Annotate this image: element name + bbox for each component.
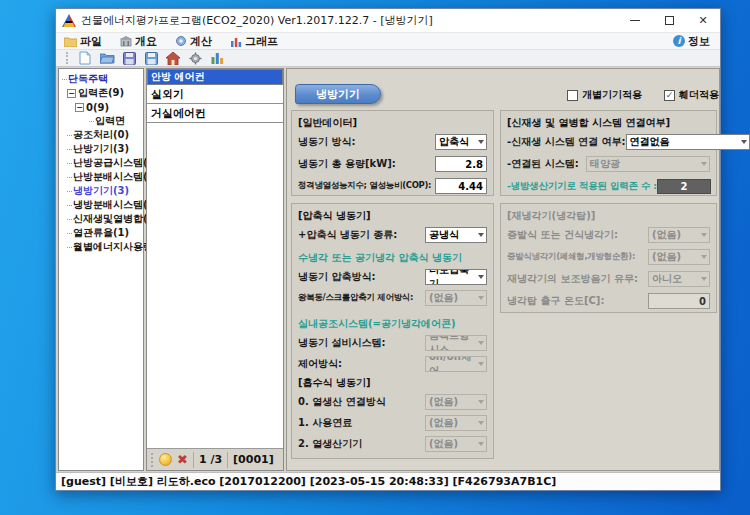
menu-bar: 파일 개요 계산 그래프 i 정보 xyxy=(56,32,720,49)
total-capacity-label: 냉동기 총 용량[kW]: xyxy=(298,157,396,171)
save-as-button[interactable] xyxy=(143,50,159,66)
tree-item-cooling-device[interactable]: 냉방기기(3) xyxy=(59,184,143,198)
dropdown-arrow-icon xyxy=(478,362,484,366)
menu-overview[interactable]: 개요 xyxy=(120,34,157,49)
maximize-button[interactable] xyxy=(652,9,686,32)
building-icon xyxy=(120,36,132,47)
heat-producer-select: (없음) xyxy=(425,436,487,452)
new-file-icon xyxy=(79,51,91,65)
home-button[interactable] xyxy=(165,50,181,66)
evap-cooler-circulation-select: (없음) xyxy=(648,249,710,265)
individual-device-label: 개별기기적용 xyxy=(582,88,642,102)
save-icon xyxy=(123,52,136,65)
selected-value: 압축식 xyxy=(439,135,469,149)
selected-value: 태양광 xyxy=(590,157,620,171)
cop-label: 정격냉열성능지수; 열성능비(COP): xyxy=(298,180,431,192)
list-item-outdoor-unit[interactable]: 실외기 xyxy=(147,85,283,104)
delete-icon[interactable]: ✖ xyxy=(177,453,188,466)
tab-cooling-device[interactable]: 냉방기기 xyxy=(295,84,381,104)
renewable-link-select[interactable]: 연결없음 xyxy=(626,134,750,150)
tower-outlet-temp-input: 0 xyxy=(648,293,710,309)
save-button[interactable] xyxy=(121,50,137,66)
tree-item-monthly-energy[interactable]: 월별에너지사용량 xyxy=(59,240,143,254)
close-button[interactable]: ✕ xyxy=(686,9,720,32)
compression-method-label: 냉동기 압축방식: xyxy=(298,270,375,284)
renewable-link-label: -신재생 시스템 연결 여부: xyxy=(507,135,626,149)
tree-item-renewable[interactable]: 신재생및열병합(1) xyxy=(59,212,143,226)
tree-item-input-zone[interactable]: −입력존(9) xyxy=(59,86,143,100)
dropdown-arrow-icon xyxy=(741,140,747,144)
header-apply-checkbox-wrap[interactable]: 훼더적용 xyxy=(664,88,719,102)
seal-badge-icon[interactable] xyxy=(159,453,172,466)
tree-item-cooling-dist[interactable]: 냉방분배시스템(1) xyxy=(59,198,143,212)
menu-graph[interactable]: 그래프 xyxy=(230,34,278,49)
title-bar: 건물에너지평가프로그램(ECO2_2020) Ver1.2017.122.7 -… xyxy=(56,9,720,32)
dropdown-arrow-icon xyxy=(478,140,484,144)
list-item-living-ac[interactable]: 거실에어컨 xyxy=(147,104,283,123)
selected-value: on/off제어 xyxy=(429,356,476,372)
individual-device-checkbox-wrap[interactable]: 개별기기적용 xyxy=(567,88,642,102)
new-file-button[interactable] xyxy=(77,50,93,66)
selected-value: 터보압축기 xyxy=(429,269,476,285)
applied-zone-count-label: -냉방생산기기로 적용된 입력존 수 : xyxy=(507,180,657,193)
info-button[interactable]: i 정보 xyxy=(673,34,710,49)
close-icon: ✕ xyxy=(698,15,707,26)
dropdown-arrow-icon xyxy=(701,277,707,281)
settings-button[interactable] xyxy=(187,50,203,66)
fuel-select: (없음) xyxy=(425,415,487,431)
open-folder-icon xyxy=(100,52,115,64)
divider xyxy=(227,452,228,468)
toolbar-chart-icon xyxy=(211,52,224,64)
menu-file[interactable]: 파일 xyxy=(64,34,102,49)
menu-calc[interactable]: 계산 xyxy=(175,34,212,49)
tree-expander-icon[interactable]: − xyxy=(67,89,76,98)
compressor-type-select[interactable]: 공냉식 xyxy=(425,227,487,243)
recooler-group: [재냉각기(냉각탑)] 증발식 또는 건식냉각기: (없음) 증발식냉각기(폐쇄… xyxy=(500,203,717,313)
list-item-bedroom-ac[interactable]: 안방 에어컨 xyxy=(147,69,283,85)
individual-device-checkbox[interactable] xyxy=(567,90,578,101)
tree-item-zone-0[interactable]: −0(9) xyxy=(59,100,143,114)
minimize-button[interactable] xyxy=(618,9,652,32)
tower-outlet-temp-label: 냉각탑 출구 온도[C]: xyxy=(507,294,604,308)
status-bar: [guest] [비보호] 리도하.eco [2017012200] [2023… xyxy=(56,472,720,490)
selected-value: 연결없음 xyxy=(630,135,670,149)
tree-expander-icon[interactable]: − xyxy=(75,103,84,112)
open-file-button[interactable] xyxy=(99,50,115,66)
recooler-title: [재냉각기(냉각탑)] xyxy=(507,209,710,224)
tree-item-u-value[interactable]: 열관류율(1) xyxy=(59,226,143,240)
control-method-select: on/off제어 xyxy=(425,356,487,372)
tree-item-heating-dist[interactable]: 난방분배시스템(1) xyxy=(59,170,143,184)
menu-graph-label: 그래프 xyxy=(245,34,278,49)
save-as-icon xyxy=(145,52,158,65)
refrigerator-method-select[interactable]: 압축식 xyxy=(435,134,487,150)
selected-value: 아니오 xyxy=(652,272,682,286)
compression-method-select[interactable]: 터보압축기 xyxy=(425,269,487,285)
dropdown-arrow-icon xyxy=(478,442,484,446)
renewable-link-title: [신재생 및 열병합 시스템 연결여부] xyxy=(507,116,710,131)
evap-dry-cooler-label: 증발식 또는 건식냉각기: xyxy=(507,228,618,242)
selected-value: 공냉식 xyxy=(429,228,459,242)
indoor-ac-system-heading: 실내공조시스템(=공기냉각에어콘) xyxy=(298,316,487,332)
graph-button[interactable] xyxy=(209,50,225,66)
equipment-system-label: 냉동기 설비시스템: xyxy=(298,336,385,350)
dropdown-arrow-icon xyxy=(478,296,484,300)
tree-item-heating-supply[interactable]: 난방공급시스템(1) xyxy=(59,156,143,170)
applied-zone-count: 2 xyxy=(657,179,711,194)
dropdown-arrow-icon xyxy=(478,400,484,404)
settings-gear-icon xyxy=(189,52,202,65)
info-icon: i xyxy=(673,35,685,47)
cop-input[interactable]: 4.44 xyxy=(435,178,487,194)
total-capacity-input[interactable]: 2.8 xyxy=(435,156,487,172)
refrigerator-method-label: 냉동기 방식: xyxy=(298,135,355,149)
app-logo-icon xyxy=(62,14,76,27)
dropdown-arrow-icon xyxy=(478,275,484,279)
tree-item-air-handling[interactable]: 공조처리(0) xyxy=(59,128,143,142)
tree-item-input-surface[interactable]: 입력면 xyxy=(59,114,143,128)
minimize-icon xyxy=(630,20,640,21)
bar-chart-icon xyxy=(230,36,242,47)
selected-value: (없음) xyxy=(429,416,458,430)
tree-item-heating-device[interactable]: 난방기기(3) xyxy=(59,142,143,156)
tree-item-house[interactable]: 단독주택 xyxy=(59,72,143,86)
header-apply-checkbox[interactable] xyxy=(664,90,675,101)
compression-refrigerator-group: [압축식 냉동기] +압축식 냉동기 종류: 공냉식 수냉각 또는 공기냉각 압… xyxy=(291,203,494,459)
